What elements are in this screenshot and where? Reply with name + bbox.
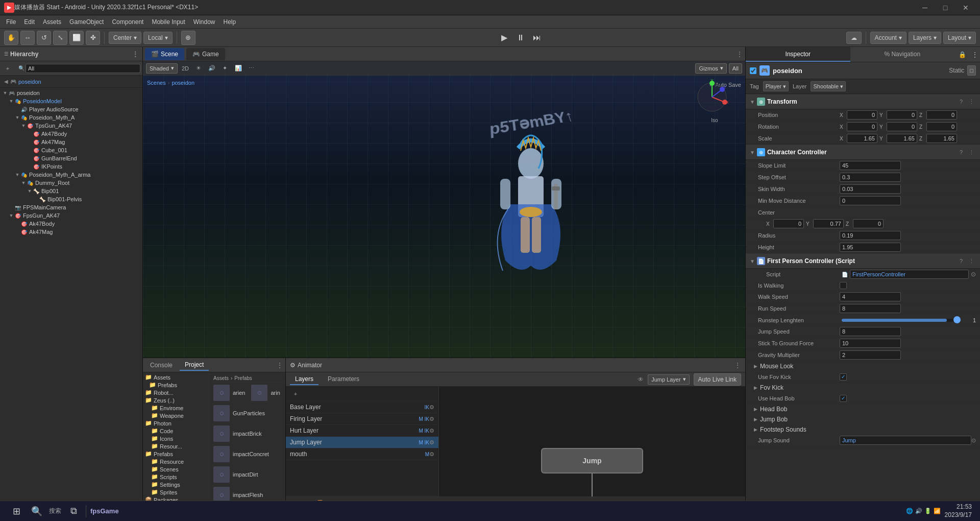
center-y-field[interactable]: Y 0.77 — [806, 219, 844, 228]
scale-z-field[interactable]: Z 1.65 — [919, 134, 957, 143]
pivot-dropdown[interactable]: Center ▾ — [109, 32, 141, 44]
file-arin[interactable]: ⬡ arin — [249, 384, 282, 402]
center-x-field[interactable]: X 0 — [766, 219, 804, 228]
layer-firing-gear[interactable]: ⚙ — [429, 416, 434, 422]
file-arien[interactable]: ⬡ arien — [211, 384, 247, 402]
foldout-footstep[interactable]: ▶ Footstep Sounds — [746, 424, 980, 435]
rotation-x-field[interactable]: X 0 — [840, 122, 877, 131]
slope-limit-value[interactable]: 45 — [840, 161, 901, 170]
tree-item-fpsgun[interactable]: ▼ 🎯 FpsGun_AK47 — [0, 211, 142, 220]
taskbar-taskview-icon[interactable]: ⧉ — [65, 503, 82, 519]
layer-hurt[interactable]: Hurt Layer M IK ⚙ — [286, 425, 438, 437]
layer-mouth-gear[interactable]: ⚙ — [429, 451, 434, 458]
gravity-mult-value[interactable]: 2 — [840, 350, 901, 360]
toolbar-hand-btn[interactable]: ✋ — [4, 31, 18, 45]
layer-dropdown[interactable]: Shootable ▾ — [811, 81, 846, 91]
tree-item-cube001[interactable]: 🎯 Cube_001 — [0, 146, 142, 154]
tree-item-tpsgun[interactable]: ▼ 🎯 TpsGun_AK47 — [0, 122, 142, 130]
position-z-field[interactable]: Z 0 — [919, 110, 957, 120]
rotation-x-input[interactable]: 0 — [847, 122, 877, 131]
layers-dropdown[interactable]: Layers ▾ — [909, 32, 941, 44]
position-y-input[interactable]: 0 — [887, 110, 917, 120]
close-button[interactable]: ✕ — [955, 0, 976, 15]
tree-item-ak47mag[interactable]: 🎯 Ak47Mag — [0, 138, 142, 146]
tab-game[interactable]: 🎮 Game — [186, 48, 225, 60]
layer-firing[interactable]: Firing Layer M IK ⚙ — [286, 413, 438, 425]
play-button[interactable]: ▶ — [497, 31, 511, 45]
auto-live-link-btn[interactable]: Auto Live Link — [694, 373, 741, 386]
viewport-more-icon[interactable]: ⋮ — [736, 50, 743, 58]
toolbar-scale-btn[interactable]: ⤡ — [53, 31, 67, 45]
jump-speed-value[interactable]: 8 — [840, 327, 901, 336]
breadcrumb-poseidon[interactable]: poseidon — [172, 80, 194, 86]
tab-project[interactable]: Project — [180, 360, 209, 371]
rotation-y-field[interactable]: Y 0 — [879, 122, 917, 131]
hierarchy-menu-icon[interactable]: ⋮ — [132, 51, 138, 58]
inspector-lock-icon[interactable]: 🔒 — [954, 47, 970, 62]
position-x-input[interactable]: 0 — [847, 110, 877, 120]
fpc-more-btn[interactable]: ⋮ — [967, 256, 976, 266]
minimize-button[interactable]: ─ — [915, 0, 935, 15]
layer-base-gear[interactable]: ⚙ — [429, 404, 434, 411]
proj-folder-icons[interactable]: 📁 Icons — [143, 435, 209, 442]
proj-folder-weapone[interactable]: 📁 Weapone — [143, 412, 209, 419]
radius-value[interactable]: 0.19 — [840, 231, 901, 240]
proj-folder-scenes[interactable]: 📁 Scenes — [143, 465, 209, 473]
scale-y-field[interactable]: Y 1.65 — [879, 134, 917, 143]
toolbar-rect-btn[interactable]: ⬜ — [69, 31, 84, 45]
proj-folder-code[interactable]: 📁 Code — [143, 427, 209, 435]
foldout-head-bob[interactable]: ▶ Head Bob — [746, 404, 980, 414]
jump-sound-circle-icon[interactable]: ⊙ — [971, 437, 976, 444]
scale-z-input[interactable]: 1.65 — [926, 134, 957, 143]
hierarchy-search[interactable] — [26, 64, 140, 73]
sys-icon-4[interactable]: 📶 — [934, 508, 941, 514]
foldout-jump-bob[interactable]: ▶ Jump Bob — [746, 414, 980, 424]
viewport[interactable]: Shaded ▾ 2D ☀ 🔊 ✦ 📊 ⋯ Gizmos ▾ — [143, 61, 745, 358]
account-dropdown[interactable]: Account ▾ — [870, 32, 906, 44]
position-x-field[interactable]: X 0 — [840, 110, 877, 120]
jump-sound-value[interactable]: Jump — [840, 436, 971, 445]
gizmos-dropdown[interactable]: Gizmos ▾ — [695, 63, 726, 74]
proj-folder-prefabs2[interactable]: 📁 Prefabs — [143, 450, 209, 458]
proj-bc-prefabs[interactable]: Prefabs — [234, 375, 252, 381]
tree-item-ak47mag2[interactable]: 🎯 Ak47Mag — [0, 228, 142, 236]
proj-folder-resource[interactable]: 📁 Resource — [143, 458, 209, 465]
foldout-fov-kick[interactable]: ▶ Fov Kick — [746, 383, 980, 393]
dim-btn[interactable]: 2D — [180, 63, 191, 74]
position-y-field[interactable]: Y 0 — [879, 110, 917, 120]
shading-dropdown[interactable]: Shaded ▾ — [146, 63, 178, 74]
anim-tab-params[interactable]: Parameters — [323, 374, 364, 385]
add-layer-btn[interactable]: + — [290, 389, 301, 399]
charcontroller-more-btn[interactable]: ⋮ — [967, 148, 976, 157]
tree-item-poseidon-model[interactable]: ▼ 🎭 PoseidonModel — [0, 97, 142, 105]
audio-btn[interactable]: 🔊 — [206, 63, 217, 74]
obj-name[interactable]: poseidon — [773, 67, 946, 75]
animator-more-icon[interactable]: ⋮ — [734, 361, 741, 369]
layer-mouth[interactable]: mouth M ⚙ — [286, 448, 438, 460]
tree-item-bip001-pelvis[interactable]: 🦴 Bip001-Pelvis — [0, 195, 142, 203]
transform-more-btn[interactable]: ⋮ — [967, 97, 976, 106]
step-button[interactable]: ⏭ — [530, 31, 544, 45]
static-dropdown[interactable]: □ — [967, 65, 976, 76]
charcontroller-help-btn[interactable]: ? — [957, 148, 966, 157]
light-btn[interactable]: ☀ — [193, 63, 204, 74]
inspector-more-icon[interactable]: ⋮ — [970, 47, 980, 62]
space-dropdown[interactable]: Local ▾ — [143, 32, 173, 44]
layer-jump[interactable]: Jump Layer M IK ⚙ — [286, 437, 438, 448]
script-value[interactable]: FirstPersonController — [850, 270, 969, 279]
proj-folder-zeus[interactable]: 📁 Zeus (..) — [143, 396, 209, 404]
toolbar-multi-btn[interactable]: ✤ — [86, 31, 100, 45]
proj-folder-sprites[interactable]: 📁 Sprites — [143, 488, 209, 496]
proj-folder-scripts[interactable]: 📁 Scripts — [143, 473, 209, 481]
rotation-z-input[interactable]: 0 — [926, 122, 957, 131]
layer-jump-gear[interactable]: ⚙ — [429, 439, 434, 446]
taskbar-search-icon[interactable]: 🔍 — [29, 503, 45, 519]
menu-file[interactable]: File — [2, 17, 20, 27]
component-fpc-header[interactable]: ▼ 📄 First Person Controller (Script ? ⋮ — [746, 253, 980, 269]
jump-state-node[interactable]: Jump — [541, 448, 643, 473]
taskbar-search-label[interactable]: 搜索 — [49, 507, 61, 515]
tree-item-dummyroot[interactable]: ▼ 🎭 Dummy_Root — [0, 179, 142, 187]
runstep-thumb[interactable] — [953, 316, 961, 323]
step-offset-value[interactable]: 0.3 — [840, 173, 901, 182]
hierarchy-add-btn[interactable]: + — [2, 63, 13, 74]
